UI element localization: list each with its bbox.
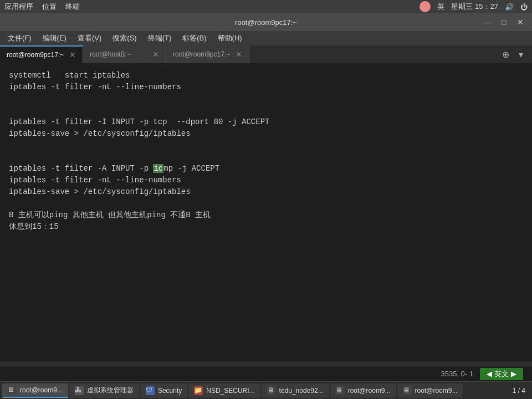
tab-2[interactable]: root@hostB:~ ✕: [83, 45, 166, 63]
menu-tags[interactable]: 标签(B): [178, 32, 211, 44]
lang-btn-label: 英文: [494, 369, 509, 379]
terminal-line-4: iptables-save > /etc/sysconfig/iptables: [9, 128, 523, 140]
terminal-line-7: iptables-save > /etc/sysconfig/iptables: [9, 186, 523, 198]
app-menu[interactable]: 应用程序: [4, 2, 33, 12]
terminal-blank-5: [9, 198, 523, 209]
terminal-line-9: 休息到15：15: [9, 221, 523, 233]
taskbar-icon-7: 🖥: [403, 386, 412, 395]
tab-3-label: root@room9pc17:~: [173, 50, 230, 58]
close-button[interactable]: ✕: [513, 16, 528, 29]
taskbar-label-5: tedu_node92...: [279, 387, 324, 395]
tab-1-close[interactable]: ✕: [69, 50, 76, 59]
taskbar-icon-security: 🛡: [146, 386, 155, 395]
system-icon: [420, 1, 431, 12]
taskbar-icon-1: 🖥: [8, 386, 17, 395]
terminal-blank-2: [9, 105, 523, 116]
system-bar-right: 英 星期三 15：27 🔊 ⏻: [420, 1, 528, 12]
taskbar: 🖥 root@room9... 🖧 虚拟系统管理器 🛡 Security 📁 N…: [0, 381, 532, 399]
lang-button[interactable]: ◀ 英文 ▶: [480, 368, 523, 380]
tab-3[interactable]: root@room9pc17:~ ✕: [166, 45, 249, 63]
menu-help[interactable]: 帮助(H): [213, 32, 247, 44]
taskbar-label-6: root@room9...: [348, 387, 391, 395]
taskbar-icon-5: 🖥: [267, 386, 276, 395]
taskbar-icon-6: 🖥: [336, 386, 345, 395]
tab-1-label: root@room9pc17:~: [7, 51, 64, 59]
taskbar-item-security[interactable]: 🛡 Security: [140, 383, 187, 398]
taskbar-page-indicator: 1 / 4: [508, 387, 530, 395]
terminal-blank-1: [9, 93, 523, 105]
terminal-blank-3: [9, 140, 523, 151]
system-bar: 应用程序 位置 终端 英 星期三 15：27 🔊 ⏻: [0, 0, 532, 13]
status-bar: 3535, 0- 1 ◀ 英文 ▶: [0, 366, 532, 381]
taskbar-label-1: root@room9...: [20, 386, 63, 394]
datetime: 星期三 15：27: [451, 2, 498, 12]
tab-2-close[interactable]: ✕: [152, 50, 159, 59]
sound-icon: 🔊: [505, 3, 514, 11]
cursor-highlight: ic: [153, 164, 163, 173]
terminal-line-8: B 主机可以ping 其他主机 但其他主机ping 不通B 主机: [9, 209, 523, 221]
taskbar-icon-4: 📁: [194, 386, 203, 395]
tab-bar: root@room9pc17:~ ✕ root@hostB:~ ✕ root@r…: [0, 45, 532, 63]
location-menu[interactable]: 位置: [42, 2, 57, 12]
terminal-content: systemctl start iptables iptables -t fil…: [0, 63, 532, 361]
tab-bar-controls: ⊕ ▾: [499, 45, 532, 63]
terminal-line-2: iptables -t filter -nL --line-numbers: [9, 81, 523, 93]
taskbar-item-1[interactable]: 🖥 root@room9...: [2, 383, 68, 398]
menu-bar: 文件(F) 编辑(E) 查看(V) 搜索(S) 终端(T) 标签(B) 帮助(H…: [0, 31, 532, 45]
title-bar: root@room9pc17:~ — □ ✕: [0, 13, 532, 31]
power-icon: ⏻: [520, 3, 528, 11]
taskbar-item-7[interactable]: 🖥 root@room9...: [397, 383, 463, 398]
taskbar-label-security: Security: [158, 387, 182, 395]
window-controls: — □ ✕: [480, 16, 528, 29]
tab-2-label: root@hostB:~: [90, 50, 131, 58]
lang-indicator: 英: [437, 2, 444, 12]
taskbar-item-6[interactable]: 🖥 root@room9...: [330, 383, 396, 398]
window-title: root@room9pc17:~: [235, 18, 297, 27]
menu-search[interactable]: 搜索(S): [108, 32, 141, 44]
terminal-blank-4: [9, 151, 523, 163]
menu-edit[interactable]: 编辑(E): [38, 32, 71, 44]
taskbar-label-2: 虚拟系统管理器: [87, 386, 134, 395]
taskbar-item-5[interactable]: 🖥 tedu_node92...: [262, 383, 329, 398]
terminal-sys-menu[interactable]: 终端: [65, 2, 80, 12]
minimize-button[interactable]: —: [480, 16, 494, 29]
menu-file[interactable]: 文件(F): [3, 32, 36, 44]
tab-1[interactable]: root@room9pc17:~ ✕: [0, 45, 83, 63]
tab-3-close[interactable]: ✕: [236, 50, 242, 59]
taskbar-item-2[interactable]: 🖧 虚拟系统管理器: [69, 383, 139, 398]
taskbar-icon-2: 🖧: [75, 386, 84, 395]
tab-dropdown-button[interactable]: ▾: [514, 48, 528, 61]
page-indicator-text: 1 / 4: [513, 387, 525, 395]
menu-view[interactable]: 查看(V): [73, 32, 106, 44]
terminal-line-3: iptables -t filter -I INPUT -p tcp --dpo…: [9, 116, 523, 128]
terminal-line-6: iptables -t filter -nL --line-numbers: [9, 175, 523, 186]
taskbar-label-7: root@room9...: [415, 387, 458, 395]
cursor-position: 3535, 0- 1: [441, 370, 473, 378]
taskbar-item-4[interactable]: 📁 NSD_SECURI...: [188, 383, 260, 398]
system-bar-left: 应用程序 位置 终端: [4, 2, 80, 12]
maximize-button[interactable]: □: [497, 16, 511, 29]
terminal-line-1: systemctl start iptables: [9, 70, 523, 81]
lang-btn-icon: ◀: [487, 370, 492, 378]
new-tab-button[interactable]: ⊕: [499, 48, 512, 61]
taskbar-label-4: NSD_SECURI...: [206, 387, 254, 395]
lang-btn-icon-right: ▶: [511, 370, 516, 378]
terminal-line-5: iptables -t filter -A INPUT -p icmp -j A…: [9, 163, 523, 175]
menu-terminal[interactable]: 终端(T): [144, 32, 176, 44]
